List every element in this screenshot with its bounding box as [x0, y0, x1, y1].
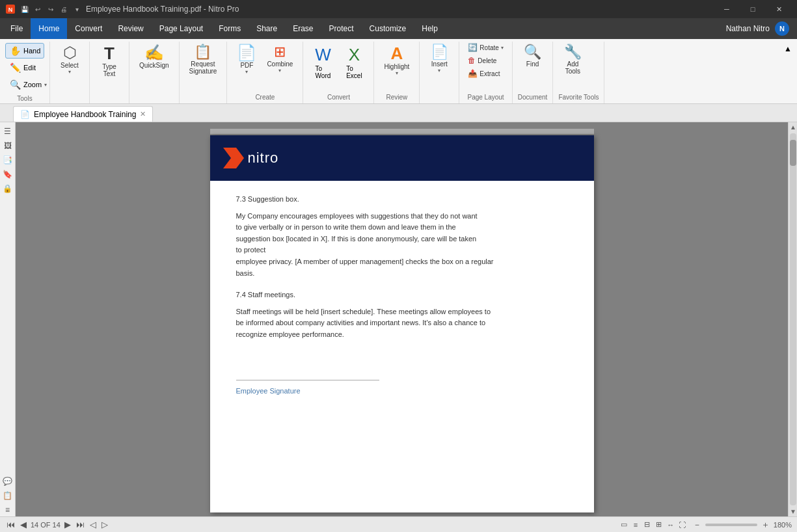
- zoom-slider[interactable]: [705, 524, 757, 526]
- scroll-up-arrow[interactable]: ▲: [789, 122, 797, 132]
- maximize-button[interactable]: □: [740, 0, 766, 18]
- menu-file[interactable]: File: [3, 18, 31, 39]
- highlight-button[interactable]: A Highlight ▾: [379, 42, 414, 79]
- undo-icon[interactable]: ↩: [33, 4, 43, 14]
- delete-button[interactable]: 🗑 Delete: [465, 55, 506, 66]
- status-bar: ⏮ ◀ 14 OF 14 ▶ ⏭ ◁ ▷ ▭ ≡ ⊟ ⊞ ↔ ⛶ － ＋ 180…: [0, 516, 797, 532]
- zoom-percentage: 180%: [774, 521, 792, 529]
- fit-width-button[interactable]: ↔: [666, 520, 676, 530]
- panel-pages-button[interactable]: 📋: [1, 489, 14, 502]
- request-signature-button[interactable]: 📋 RequestSignature: [185, 42, 222, 78]
- zoom-out-button[interactable]: －: [692, 519, 703, 531]
- menu-erase[interactable]: Erase: [285, 18, 321, 39]
- create-group: 📄 PDF ▾ ⊞ Combine ▾ Create: [227, 42, 303, 103]
- extract-icon: 📤: [468, 69, 478, 78]
- insert-button[interactable]: 📄 Insert ▾: [425, 42, 453, 77]
- menu-forms[interactable]: Forms: [211, 18, 249, 39]
- print-icon[interactable]: 🖨: [59, 4, 69, 14]
- select-buttons: ⬡ Select ▾: [55, 42, 84, 100]
- word-icon: W: [315, 45, 331, 65]
- scroll-down-arrow[interactable]: ▼: [789, 507, 797, 516]
- last-page-button[interactable]: ⏭: [75, 520, 86, 529]
- page-forward-button[interactable]: ▷: [100, 520, 109, 529]
- two-page-view-button[interactable]: ⊟: [642, 520, 653, 530]
- user-avatar[interactable]: N: [775, 21, 789, 36]
- save-icon[interactable]: 💾: [20, 4, 30, 14]
- quicksign-button[interactable]: ✍ QuickSign: [135, 42, 174, 72]
- panel-list-button[interactable]: ≡: [1, 503, 14, 516]
- request-sig-buttons: 📋 RequestSignature: [185, 42, 222, 100]
- window-controls[interactable]: ─ □ ✕: [714, 0, 792, 18]
- menu-page-layout[interactable]: Page Layout: [152, 18, 211, 39]
- menu-protect[interactable]: Protect: [321, 18, 362, 39]
- panel-thumbnail-button[interactable]: 🖼: [1, 139, 14, 152]
- insert-icon: 📄: [431, 45, 448, 59]
- select-button[interactable]: ⬡ Select ▾: [55, 42, 84, 78]
- right-scrollbar[interactable]: ▲ ▼: [788, 122, 797, 516]
- first-page-button[interactable]: ⏮: [5, 520, 16, 529]
- pdf-button[interactable]: 📄 PDF ▾: [232, 42, 261, 78]
- zoom-dropdown-arrow: ▾: [44, 82, 47, 88]
- scroll-track[interactable]: [790, 133, 796, 505]
- menu-help[interactable]: Help: [414, 18, 446, 39]
- quicksign-icon: ✍: [144, 45, 164, 60]
- ribbon-collapse-button[interactable]: ▲: [781, 42, 794, 103]
- favorite-tools-label: Favorite Tools: [558, 92, 599, 101]
- request-sig-group: 📋 RequestSignature: [180, 42, 228, 103]
- review-group: A Highlight ▾ Review: [374, 42, 420, 103]
- to-excel-button[interactable]: X ToExcel: [340, 42, 368, 92]
- edit-button[interactable]: ✏️ Edit: [5, 60, 44, 75]
- add-tools-button[interactable]: 🔧 AddTools: [558, 42, 587, 78]
- fullscreen-button[interactable]: ⛶: [677, 520, 688, 530]
- document-group: 🔍 Find Document: [513, 42, 554, 103]
- zoom-in-button[interactable]: ＋: [760, 519, 771, 531]
- panel-bookmark-button[interactable]: 📑: [1, 153, 14, 166]
- menu-review[interactable]: Review: [110, 18, 151, 39]
- insert-group: 📄 Insert ▾: [420, 42, 459, 103]
- grid-view-button[interactable]: ⊞: [654, 520, 664, 530]
- find-button[interactable]: 🔍 Find: [519, 42, 547, 71]
- excel-icon: X: [349, 45, 360, 65]
- document-scroll[interactable]: nitro 7.3 Suggestion box. My Company enc…: [16, 122, 788, 516]
- signature-area: Employee Signature: [236, 380, 568, 397]
- type-text-button[interactable]: T TypeText: [95, 42, 124, 81]
- prev-page-button[interactable]: ◀: [19, 520, 28, 529]
- panel-security-button[interactable]: 🔒: [1, 182, 14, 195]
- window-title: Employee Handbook Training.pdf - Nitro P…: [86, 5, 239, 14]
- minimize-button[interactable]: ─: [714, 0, 740, 18]
- scroll-thumb[interactable]: [790, 140, 796, 166]
- quick-access-toolbar[interactable]: 💾 ↩ ↪ 🖨 ▾: [20, 4, 82, 14]
- menu-home[interactable]: Home: [31, 18, 67, 39]
- title-bar-left: N 💾 ↩ ↪ 🖨 ▾ Employee Handbook Training.p…: [5, 4, 239, 14]
- continuous-view-button[interactable]: ≡: [630, 520, 641, 530]
- combine-button[interactable]: ⊞ Combine ▾: [262, 42, 297, 77]
- panel-nav-button[interactable]: ☰: [1, 125, 14, 138]
- app-icon: N: [5, 4, 16, 14]
- tab-close-button[interactable]: ✕: [140, 110, 146, 118]
- menu-convert[interactable]: Convert: [67, 18, 110, 39]
- section-74-paragraph: Staff meetings will be held [insert sche…: [236, 306, 568, 341]
- pdf-icon: 📄: [237, 45, 256, 60]
- single-page-view-button[interactable]: ▭: [619, 520, 629, 530]
- menu-customize[interactable]: Customize: [362, 18, 414, 39]
- select-group: ⬡ Select ▾: [50, 42, 90, 103]
- expand-icon[interactable]: ▾: [72, 4, 82, 14]
- close-button[interactable]: ✕: [766, 0, 792, 18]
- next-page-button[interactable]: ▶: [63, 520, 72, 529]
- tab-title: Employee Handbook Training: [34, 110, 136, 119]
- favorite-tools-buttons: 🔧 AddTools: [558, 42, 599, 92]
- panel-comment-button[interactable]: 💬: [1, 475, 14, 488]
- document-tab[interactable]: 📄 Employee Handbook Training ✕: [13, 106, 153, 122]
- redo-icon[interactable]: ↪: [46, 4, 56, 14]
- page-back-button[interactable]: ◁: [88, 520, 98, 529]
- combine-dropdown-arrow: ▾: [278, 68, 281, 73]
- rotate-button[interactable]: 🔄 Rotate ▾: [465, 42, 506, 53]
- hand-button[interactable]: ✋ Hand: [5, 43, 44, 59]
- delete-icon: 🗑: [468, 56, 476, 65]
- favorite-tools-group: 🔧 AddTools Favorite Tools: [553, 42, 604, 103]
- menu-share[interactable]: Share: [249, 18, 285, 39]
- zoom-button[interactable]: 🔍 Zoom ▾: [5, 77, 44, 92]
- extract-button[interactable]: 📤 Extract: [465, 68, 506, 79]
- to-word-button[interactable]: W ToWord: [308, 42, 337, 92]
- panel-signature-button[interactable]: 🔖: [1, 168, 14, 181]
